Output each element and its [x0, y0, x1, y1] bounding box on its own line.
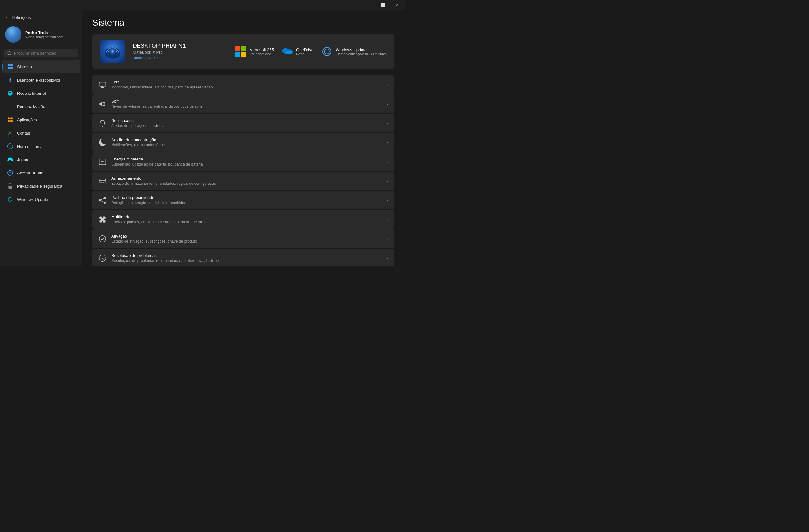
settings-item-ecra[interactable]: Ecrã Monitores, luminosidade, luz noturn… [92, 75, 394, 94]
ecra-chevron: › [386, 82, 388, 87]
notificacoes-sub: Alertas de aplicações e sistema [111, 124, 381, 128]
device-image-svg [103, 42, 122, 61]
ativacao-title: Ativação [111, 234, 381, 238]
microsoft365-icon [235, 46, 246, 57]
maximize-button[interactable]: ⬜ [375, 0, 390, 10]
resolucao-title: Resolução de problemas [111, 253, 381, 258]
sidebar-item-label: Acessibilidade [17, 171, 43, 175]
sidebar-item-privacidade[interactable]: Privacidade e segurança [2, 180, 80, 192]
sidebar-item-windows-update[interactable]: Windows Update [2, 193, 80, 206]
sidebar-item-aplicacoes[interactable]: Aplicações [2, 113, 80, 126]
window-controls: – ⬜ ✕ [361, 0, 404, 10]
svg-rect-2 [7, 67, 10, 69]
onedrive-action[interactable]: OneDrive Gerir [281, 46, 313, 57]
ecra-title: Ecrã [111, 79, 381, 84]
bluetooth-icon [7, 77, 13, 83]
settings-item-som[interactable]: Som Níveis de volume, saída, entrada, di… [92, 94, 394, 113]
som-sub: Níveis de volume, saída, entrada, dispos… [111, 104, 381, 109]
device-actions: Microsoft 365 Ver benefícios OneDrive [235, 46, 387, 57]
onedrive-sub: Gerir [296, 52, 313, 56]
som-icon [99, 100, 106, 108]
aplicacoes-icon [7, 117, 13, 123]
hora-icon [7, 143, 13, 149]
armazenamento-sub: Espaço de armazenamento, unidades, regra… [111, 181, 381, 186]
partilha-sub: Deteção, localização dos ficheiros receb… [111, 201, 381, 205]
sidebar-item-rede[interactable]: Rede & Internet [2, 87, 80, 100]
device-rename-link[interactable]: Mudar o Nome [133, 56, 227, 60]
contas-icon [7, 130, 13, 136]
notificacoes-text: Notificações Alertas de aplicações e sis… [111, 118, 381, 128]
windows-update-action-text: Windows Update Última verificação: há 38… [335, 47, 387, 56]
onedrive-text: OneDrive Gerir [296, 47, 313, 56]
svg-rect-0 [7, 64, 10, 66]
settings-item-energia[interactable]: Energia & bateria Suspensão, utilização … [92, 152, 394, 171]
ativacao-chevron: › [386, 236, 388, 241]
sidebar-back-button[interactable]: ← Definições [0, 13, 82, 22]
search-box[interactable] [4, 49, 79, 57]
notificacoes-chevron: › [386, 121, 388, 126]
minimize-button[interactable]: – [361, 0, 375, 10]
som-chevron: › [386, 102, 388, 106]
avatar [5, 26, 21, 43]
svg-point-12 [323, 47, 331, 56]
microsoft365-sub: Ver benefícios [249, 52, 274, 56]
profile-info: Pedro Troia Watto_fan@hotmail.com [25, 30, 63, 39]
sidebar-item-acessibilidade[interactable]: Acessibilidade [2, 166, 80, 179]
jogos-icon [7, 156, 13, 163]
svg-point-7 [112, 51, 113, 52]
sidebar-item-sistema[interactable]: Sistema [2, 60, 80, 73]
back-icon: ← [5, 15, 9, 20]
sidebar-item-hora[interactable]: Hora e idioma [2, 140, 80, 153]
multitarefas-title: Multitarefas [111, 214, 381, 219]
energia-text: Energia & bateria Suspensão, utilização … [111, 157, 381, 166]
svg-rect-10 [236, 52, 240, 56]
microsoft365-label: Microsoft 365 [249, 47, 274, 52]
ecra-text: Ecrã Monitores, luminosidade, luz noturn… [111, 79, 381, 89]
auxiliar-text: Auxiliar de concentração Notificações, r… [111, 138, 381, 147]
sidebar-item-label: Windows Update [17, 197, 48, 202]
profile-email: Watto_fan@hotmail.com [25, 35, 63, 39]
ecra-icon [99, 81, 106, 88]
acessibilidade-icon [7, 170, 13, 176]
windows-update-action[interactable]: Windows Update Última verificação: há 38… [321, 46, 387, 57]
sidebar-item-contas[interactable]: Contas [2, 127, 80, 139]
partilha-icon [99, 196, 106, 204]
search-input[interactable] [14, 51, 75, 56]
close-button[interactable]: ✕ [390, 0, 404, 10]
settings-item-ativacao[interactable]: Ativação Estado de ativação, subscrições… [92, 229, 394, 248]
sidebar-item-label: Sistema [17, 65, 32, 69]
armazenamento-icon [99, 177, 106, 185]
multitarefas-icon [99, 216, 106, 223]
auxiliar-icon [99, 139, 106, 146]
sidebar-item-label: Hora e idioma [17, 144, 43, 149]
som-title: Som [111, 99, 381, 104]
resolucao-icon [99, 254, 106, 262]
settings-item-partilha[interactable]: Partilha de proximidade Deteção, localiz… [92, 191, 394, 210]
partilha-title: Partilha de proximidade [111, 195, 381, 200]
microsoft365-text: Microsoft 365 Ver benefícios [249, 47, 274, 56]
settings-item-auxiliar[interactable]: Auxiliar de concentração Notificações, r… [92, 133, 394, 152]
device-image [100, 40, 125, 63]
sidebar-item-bluetooth[interactable]: Bluetooth e dispositivos [2, 74, 80, 86]
ecra-sub: Monitores, luminosidade, luz noturna, pe… [111, 85, 381, 89]
sistema-icon [7, 64, 13, 70]
partilha-chevron: › [386, 198, 388, 203]
ativacao-text: Ativação Estado de ativação, subscrições… [111, 234, 381, 244]
sidebar-title: Definições [12, 15, 31, 20]
sidebar-item-label: Aplicações [17, 118, 37, 122]
microsoft365-action[interactable]: Microsoft 365 Ver benefícios [235, 46, 274, 57]
settings-list: Ecrã Monitores, luminosidade, luz noturn… [92, 75, 394, 266]
onedrive-label: OneDrive [296, 47, 313, 52]
ativacao-icon [99, 235, 106, 243]
settings-item-armazenamento[interactable]: Armazenamento Espaço de armazenamento, u… [92, 172, 394, 190]
titlebar: – ⬜ ✕ [0, 0, 404, 10]
settings-item-multitarefas[interactable]: Multitarefas Encaixar janelas, ambientes… [92, 210, 394, 229]
armazenamento-title: Armazenamento [111, 176, 381, 181]
settings-item-notificacoes[interactable]: Notificações Alertas de aplicações e sis… [92, 114, 394, 132]
sidebar-item-personalizacao[interactable]: Personalização [2, 100, 80, 113]
settings-item-resolucao[interactable]: Resolução de problemas Resoluções de pro… [92, 249, 394, 266]
onedrive-icon [281, 46, 293, 57]
armazenamento-text: Armazenamento Espaço de armazenamento, u… [111, 176, 381, 186]
sidebar-item-jogos[interactable]: Jogos [2, 153, 80, 166]
svg-rect-1 [11, 64, 13, 66]
